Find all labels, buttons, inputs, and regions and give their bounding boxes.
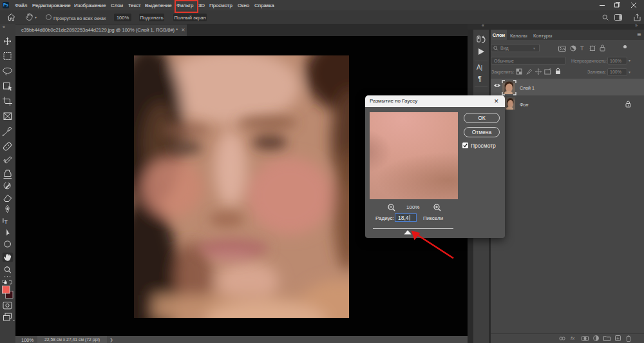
svg-text:«: « xyxy=(3,24,5,29)
svg-text:T: T xyxy=(4,218,8,225)
